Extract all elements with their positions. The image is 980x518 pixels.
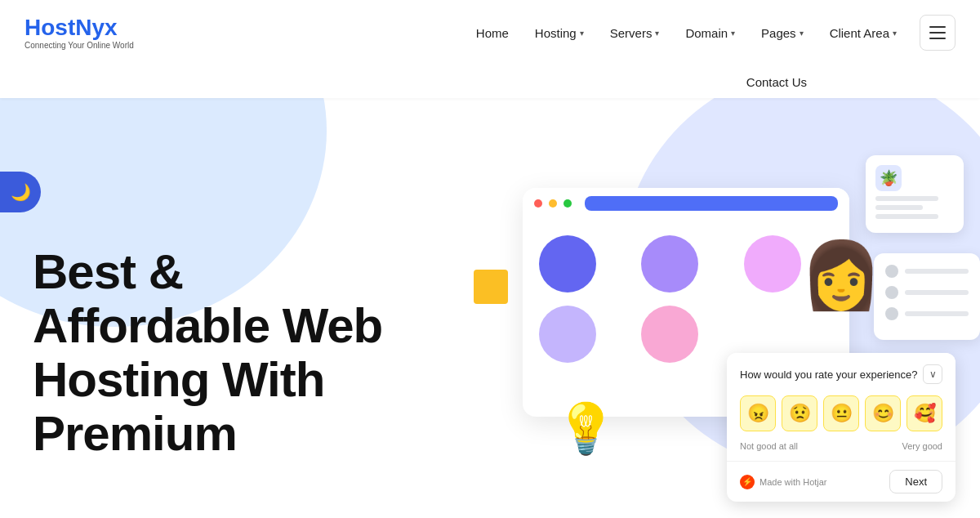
hamburger-line-3 bbox=[929, 38, 946, 39]
list-row-3 bbox=[885, 307, 969, 320]
hotjar-widget: How would you rate your experience? ∨ 😠 … bbox=[727, 353, 956, 502]
nav-domain[interactable]: Domain ▾ bbox=[675, 20, 745, 47]
nav-links: Home Hosting ▾ Servers ▾ Domain ▾ bbox=[466, 20, 906, 47]
hotjar-emoji-3[interactable]: 😐 bbox=[823, 395, 859, 431]
list-row-dot-3 bbox=[885, 307, 898, 320]
hamburger-line-1 bbox=[929, 26, 946, 28]
hotjar-emoji-2[interactable]: 😟 bbox=[782, 395, 817, 431]
list-row-line-2 bbox=[905, 290, 969, 295]
logo-tagline: Connecting Your Online World bbox=[24, 41, 134, 50]
logo-wordmark: HostNyx bbox=[24, 16, 134, 39]
hotjar-emoji-1[interactable]: 😠 bbox=[740, 395, 776, 431]
dark-mode-toggle[interactable]: 🌙 bbox=[0, 172, 41, 212]
lightbulb-illustration: 💡 bbox=[555, 400, 617, 458]
nav-contact-us[interactable]: Contact Us bbox=[737, 69, 817, 96]
domain-chevron-icon: ▾ bbox=[731, 29, 735, 38]
grid-circle-2 bbox=[641, 235, 698, 292]
hotjar-emoji-row: 😠 😟 😐 😊 🥰 bbox=[727, 392, 956, 441]
small-card-line-1 bbox=[875, 196, 938, 201]
logo-host: Host bbox=[24, 15, 75, 40]
headline-line2: Affordable Web bbox=[33, 298, 382, 353]
browser-dot-yellow bbox=[549, 199, 557, 208]
hotjar-logo-icon: ⚡ bbox=[740, 475, 755, 489]
servers-chevron-icon: ▾ bbox=[655, 29, 659, 38]
hotjar-label-left: Not good at all bbox=[740, 441, 798, 451]
nav-client-area[interactable]: Client Area ▾ bbox=[820, 20, 906, 47]
sticky-note bbox=[474, 270, 508, 304]
hotjar-header: How would you rate your experience? ∨ bbox=[727, 353, 956, 392]
hosting-chevron-icon: ▾ bbox=[580, 29, 584, 38]
grid-circle-4 bbox=[539, 306, 596, 363]
hotjar-collapse-button[interactable]: ∨ bbox=[923, 364, 942, 384]
headline-text: Best & Affordable Web Hosting With Premi… bbox=[33, 245, 382, 461]
hotjar-brand-text: Made with Hotjar bbox=[760, 477, 827, 487]
small-card-line-3 bbox=[875, 214, 938, 219]
hotjar-emoji-5[interactable]: 🥰 bbox=[906, 395, 942, 431]
nav-pages[interactable]: Pages ▾ bbox=[751, 20, 813, 47]
hotjar-label-right: Very good bbox=[902, 441, 942, 451]
browser-dot-green bbox=[564, 199, 572, 208]
list-row-dot-2 bbox=[885, 286, 898, 299]
grid-circle-3 bbox=[744, 235, 801, 292]
nav-home[interactable]: Home bbox=[466, 20, 519, 47]
chevron-down-icon: ∨ bbox=[929, 368, 937, 380]
navbar: HostNyx Connecting Your Online World Hom… bbox=[0, 0, 980, 98]
hotjar-next-button[interactable]: Next bbox=[889, 470, 942, 493]
logo[interactable]: HostNyx Connecting Your Online World bbox=[24, 16, 134, 50]
character-illustration: 👩 bbox=[800, 237, 882, 314]
grid-circle-1 bbox=[539, 235, 596, 292]
nav-servers[interactable]: Servers ▾ bbox=[600, 20, 670, 47]
list-row-line-1 bbox=[905, 269, 969, 274]
headline-line1: Best & bbox=[33, 244, 183, 299]
hotjar-labels: Not good at all Very good bbox=[727, 441, 956, 461]
small-card: 🪴 bbox=[866, 155, 964, 233]
grid-circle-5 bbox=[641, 306, 698, 363]
pages-chevron-icon: ▾ bbox=[800, 29, 804, 38]
small-card-icon: 🪴 bbox=[875, 165, 902, 191]
hero-headline: Best & Affordable Web Hosting With Premi… bbox=[33, 245, 382, 461]
hotjar-emoji-4[interactable]: 😊 bbox=[865, 395, 901, 431]
hamburger-button[interactable] bbox=[920, 15, 956, 51]
browser-dot-red bbox=[534, 199, 542, 208]
browser-address-bar bbox=[585, 196, 838, 211]
hotjar-footer: ⚡ Made with Hotjar Next bbox=[727, 461, 956, 502]
browser-topbar bbox=[523, 188, 849, 219]
headline-line3: Hosting With bbox=[33, 352, 324, 407]
list-row-2 bbox=[885, 286, 969, 299]
list-row-line-3 bbox=[905, 311, 969, 316]
list-card bbox=[874, 253, 980, 340]
logo-nyx: Nyx bbox=[75, 15, 117, 40]
moon-icon: 🌙 bbox=[11, 182, 31, 202]
headline-line4: Premium bbox=[33, 406, 237, 461]
list-row-dot-1 bbox=[885, 265, 898, 278]
hamburger-line-2 bbox=[929, 32, 946, 33]
nav-hosting[interactable]: Hosting ▾ bbox=[525, 20, 594, 47]
small-card-line-2 bbox=[875, 205, 923, 210]
list-row-1 bbox=[885, 265, 969, 278]
client-area-chevron-icon: ▾ bbox=[893, 29, 897, 38]
hotjar-question: How would you rate your experience? bbox=[740, 368, 923, 381]
hotjar-brand: ⚡ Made with Hotjar bbox=[740, 475, 827, 489]
